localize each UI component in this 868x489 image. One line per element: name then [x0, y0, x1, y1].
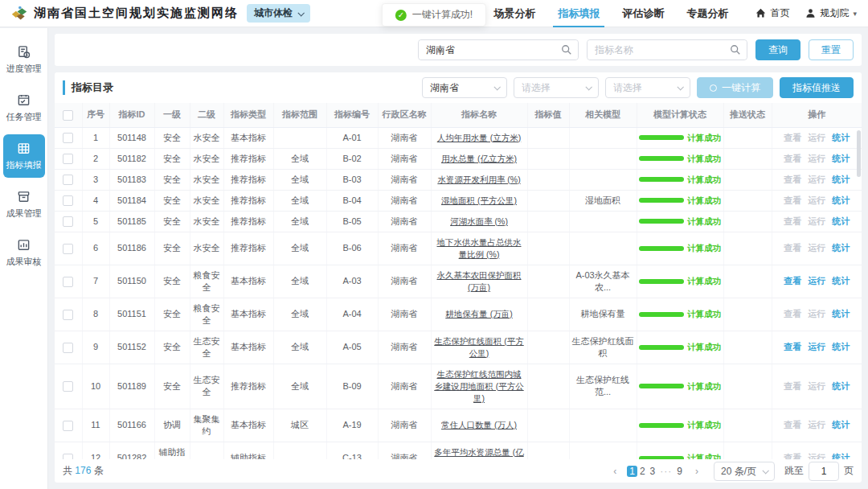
view-action[interactable]: 查看	[784, 175, 801, 184]
indicator-name-link[interactable]: 永久基本农田保护面积 (万亩)	[437, 270, 522, 292]
row-checkbox[interactable]	[63, 310, 73, 320]
row-checkbox[interactable]	[63, 195, 73, 206]
reset-button[interactable]: 重置	[809, 39, 854, 60]
nav-scene-analysis[interactable]: 场景分析	[493, 0, 535, 27]
indicator-name-link[interactable]: 湿地面积 (平方公里)	[441, 195, 517, 205]
tasks-icon	[17, 93, 31, 107]
run-action[interactable]: 运行	[808, 243, 825, 253]
row-checkbox[interactable]	[63, 244, 73, 254]
query-button[interactable]: 查询	[755, 39, 800, 60]
row-checkbox[interactable]	[63, 277, 73, 287]
next-page-button[interactable]: ›	[688, 462, 706, 480]
sidebar-item-progress[interactable]: 进度管理	[3, 38, 45, 81]
view-action[interactable]: 查看	[784, 195, 801, 205]
row-checkbox[interactable]	[63, 133, 73, 143]
page-button[interactable]: 3	[648, 466, 658, 477]
region-filter-select[interactable]: 湖南省	[422, 77, 507, 98]
stats-action[interactable]: 统计	[832, 381, 850, 391]
search-icon[interactable]	[730, 44, 741, 55]
run-action[interactable]: 运行	[808, 381, 825, 391]
run-action[interactable]: 运行	[808, 276, 825, 286]
view-action[interactable]: 查看	[784, 276, 801, 286]
select-all-checkbox[interactable]	[63, 110, 73, 121]
view-action[interactable]: 查看	[784, 243, 801, 253]
view-action[interactable]: 查看	[784, 154, 801, 163]
run-action[interactable]: 运行	[808, 420, 825, 429]
stats-action[interactable]: 统计	[832, 195, 850, 205]
page-button[interactable]: 2	[637, 466, 648, 477]
row-checkbox[interactable]	[63, 343, 73, 353]
one-click-calc-button[interactable]: 一键计算	[697, 77, 773, 98]
indicator-name-link[interactable]: 水资源开发利用率 (%)	[437, 175, 520, 184]
indicator-name-link[interactable]: 河湖水面率 (%)	[450, 216, 508, 226]
view-action[interactable]: 查看	[784, 133, 801, 142]
indicator-name-link[interactable]: 人均年用水量 (立方米)	[437, 133, 521, 142]
run-action[interactable]: 运行	[808, 342, 825, 351]
indicator-name-link[interactable]: 地下水供水量占总供水量比例 (%)	[437, 237, 522, 259]
row-checkbox[interactable]	[63, 421, 73, 431]
row-checkbox[interactable]	[63, 454, 73, 459]
sidebar-item-tasks[interactable]: 任务管理	[3, 86, 45, 129]
indicator-name-link[interactable]: 耕地保有量 (万亩)	[445, 309, 512, 318]
scrollbar-thumb[interactable]	[857, 130, 861, 177]
status-label: 计算成功	[687, 419, 721, 431]
page-button[interactable]: 9	[674, 466, 685, 477]
filter-select-3[interactable]: 请选择	[605, 77, 690, 98]
stats-action[interactable]: 统计	[832, 420, 850, 429]
page-button[interactable]: 1	[627, 466, 637, 477]
sidebar-item-indicator-report[interactable]: 指标填报	[3, 134, 45, 178]
view-action[interactable]: 查看	[784, 381, 801, 391]
run-action[interactable]: 运行	[808, 154, 825, 163]
module-switcher[interactable]: 城市体检	[247, 4, 310, 23]
push-indicator-values-button[interactable]: 指标值推送	[780, 77, 854, 98]
region-search-input[interactable]	[419, 40, 578, 60]
view-action[interactable]: 查看	[784, 453, 801, 459]
run-action[interactable]: 运行	[808, 175, 825, 184]
indicator-name-link[interactable]: 生态保护红线范围内城乡建设用地面积 (平方公里)	[434, 369, 523, 403]
stats-action[interactable]: 统计	[832, 342, 850, 351]
sidebar-item-review[interactable]: 成果审核	[3, 231, 45, 274]
nav-topic-analysis[interactable]: 专题分析	[686, 0, 728, 27]
filter-select-2[interactable]: 请选择	[514, 77, 599, 98]
indicator-name-input[interactable]	[588, 40, 747, 60]
jump-page-input[interactable]	[809, 462, 839, 481]
stats-action[interactable]: 统计	[832, 216, 850, 226]
indicator-name-link[interactable]: 多年平均水资源总量 (亿立方米)	[434, 447, 523, 459]
prev-page-button[interactable]: ‹	[606, 462, 624, 480]
nav-evaluation-diagnosis[interactable]: 评估诊断	[622, 0, 664, 27]
sidebar-item-results[interactable]: 成果管理	[3, 183, 45, 226]
total-number: 176	[75, 465, 91, 476]
nav-indicator-report[interactable]: 指标填报	[558, 0, 600, 27]
stats-action[interactable]: 统计	[832, 175, 850, 184]
indicator-name-link[interactable]: 用水总量 (亿立方米)	[441, 154, 517, 163]
view-action[interactable]: 查看	[784, 309, 801, 318]
run-action[interactable]: 运行	[808, 309, 825, 318]
run-action[interactable]: 运行	[808, 133, 825, 142]
indicator-name-link[interactable]: 常住人口数量 (万人)	[441, 420, 517, 429]
cell-indicator-code: A-01	[326, 128, 378, 149]
stats-action[interactable]: 统计	[832, 154, 850, 163]
page-size-select[interactable]: 20 条/页	[714, 462, 775, 481]
run-action[interactable]: 运行	[808, 195, 825, 205]
stats-action[interactable]: 统计	[832, 309, 850, 318]
user-menu[interactable]: 规划院 ▾	[805, 6, 857, 20]
run-action[interactable]: 运行	[808, 453, 825, 459]
cell-actions: 查看运行统计	[772, 409, 862, 442]
row-checkbox[interactable]	[63, 381, 73, 392]
cell-model-calc-status: 计算成功	[637, 298, 723, 331]
search-icon[interactable]	[561, 44, 572, 55]
view-action[interactable]: 查看	[784, 342, 801, 351]
view-action[interactable]: 查看	[784, 420, 801, 429]
row-checkbox[interactable]	[63, 175, 73, 185]
row-checkbox[interactable]	[63, 154, 73, 164]
status-label: 计算成功	[687, 242, 721, 254]
stats-action[interactable]: 统计	[832, 276, 850, 286]
stats-action[interactable]: 统计	[832, 133, 850, 142]
row-checkbox[interactable]	[63, 216, 73, 227]
view-action[interactable]: 查看	[784, 216, 801, 226]
indicator-name-link[interactable]: 生态保护红线面积 (平方公里)	[434, 336, 523, 358]
home-button[interactable]: 首页	[755, 6, 789, 20]
stats-action[interactable]: 统计	[832, 243, 850, 253]
run-action[interactable]: 运行	[808, 216, 825, 226]
stats-action[interactable]: 统计	[832, 453, 850, 459]
